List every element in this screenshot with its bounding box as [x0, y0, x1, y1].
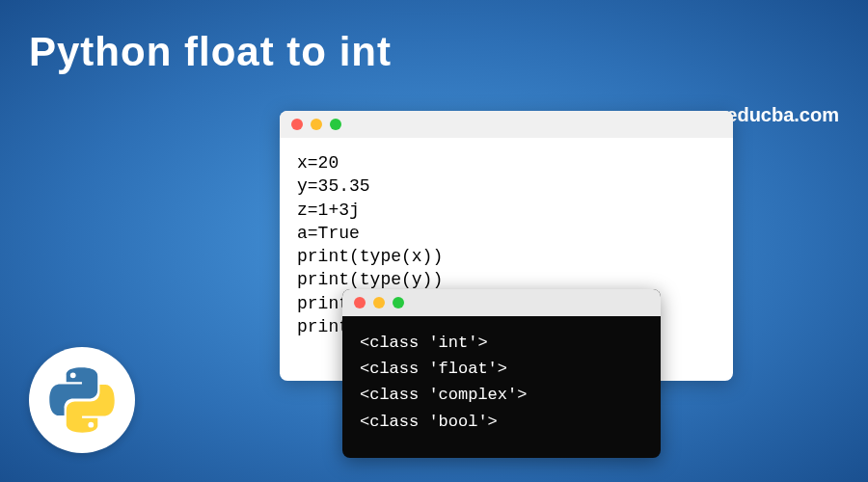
- terminal-window: <class 'int'> <class 'float'> <class 'co…: [342, 289, 661, 458]
- close-icon: [354, 297, 366, 308]
- code-line: a=True: [297, 222, 716, 245]
- code-line: y=35.35: [297, 174, 716, 198]
- close-icon: [291, 119, 303, 130]
- minimize-icon: [373, 297, 385, 308]
- maximize-icon: [330, 119, 341, 130]
- code-line: x=20: [297, 151, 716, 174]
- terminal-line: <class 'int'>: [360, 330, 643, 356]
- code-line: print(type(x)): [297, 245, 716, 268]
- page-title: Python float to int: [29, 29, 392, 75]
- python-logo-badge: [29, 347, 135, 453]
- maximize-icon: [393, 297, 404, 308]
- terminal-line: <class 'complex'>: [360, 382, 643, 408]
- code-line: z=1+3j: [297, 199, 716, 222]
- terminal-line: <class 'bool'>: [360, 409, 643, 435]
- terminal-body: <class 'int'> <class 'float'> <class 'co…: [342, 316, 661, 448]
- minimize-icon: [311, 119, 322, 130]
- terminal-line: <class 'float'>: [360, 356, 643, 382]
- python-logo-icon: [48, 366, 116, 434]
- terminal-titlebar: [342, 289, 661, 316]
- code-titlebar: [280, 111, 733, 138]
